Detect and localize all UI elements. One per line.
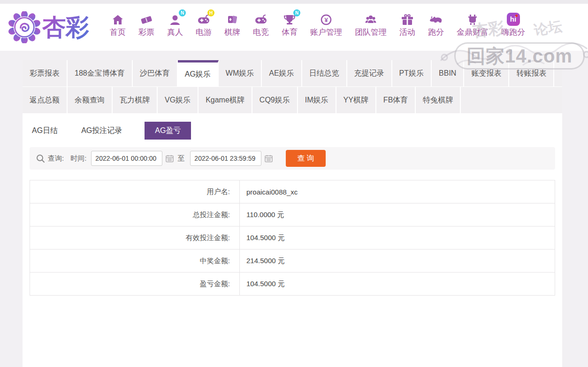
tab-daily-summary[interactable]: 日结总览 [302,60,347,86]
nav-esports[interactable]: 电竞 [253,12,269,38]
nav-activity-label: 活动 [399,27,415,38]
nav-sports[interactable]: N 体育 [282,12,298,38]
trophy-icon: N [283,12,296,26]
tab-ag-entertainment[interactable]: AG娱乐 [178,60,219,86]
nav-sports-label: 体育 [282,27,298,38]
main-nav: 首页 彩票 N 真人 [110,12,525,43]
nav-paofen-label: 跑分 [428,27,444,38]
date-to-input[interactable] [190,151,261,166]
table-row: 总投注金额: 110.0000 元 [30,203,555,226]
table-row: 有效投注金额: 104.5000 元 [30,226,555,250]
gift-icon [401,12,414,26]
nav-live[interactable]: N 真人 [167,12,183,38]
tab-im-entertainment[interactable]: IM娱乐 [298,87,336,113]
nav-egames-label: 电游 [196,27,212,38]
tab-fb-sports[interactable]: FB体育 [376,87,416,113]
top-strip [0,0,588,4]
subtab-ag-daily[interactable]: AG日结 [31,122,59,140]
query-label: 查询: [48,154,64,163]
svg-text:¥: ¥ [324,16,328,23]
to-label: 至 [177,154,184,163]
nav-team-management-label: 团队管理 [355,27,387,38]
tab-lottery-report[interactable]: 彩票报表 [23,60,68,86]
cards-icon [226,12,239,26]
valid-bet-amount-value: 104.5000 元 [240,226,555,250]
report-tabs: 彩票报表 188金宝博体育 沙巴体育 AG娱乐 WM娱乐 AE娱乐 日结总览 充… [23,60,562,113]
tab-tetu-chess[interactable]: 特兔棋牌 [416,87,461,113]
nav-jinding-wealth[interactable]: 金鼎财富 [457,12,489,38]
nav-paofen[interactable]: 跑分 [428,12,444,38]
brand-text: 杏彩 [42,14,99,41]
profit-loss-amount-label: 盈亏金额: [30,273,240,296]
subtab-ag-profit-loss[interactable]: AG盈亏 [145,122,191,140]
nav-account-management-label: 账户管理 [310,27,342,38]
username-value: proaicai0088_xc [240,180,555,203]
tab-row-2: 返点总额 余额查询 瓦力棋牌 VG娱乐 Kgame棋牌 CQ9娱乐 IM娱乐 Y… [23,87,562,113]
tab-188jbb-sports[interactable]: 188金宝博体育 [68,60,133,86]
tab-rebate-total[interactable]: 返点总额 [23,87,68,113]
nav-team-management[interactable]: 团队管理 [355,12,387,38]
tab-transfer-report[interactable]: 转账报表 [509,60,554,86]
nav-home[interactable]: 首页 [110,12,126,38]
calendar-from-icon[interactable] [166,155,174,163]
nav-lottery[interactable]: 彩票 [138,12,154,38]
date-from-input[interactable] [91,151,162,166]
nav-esports-label: 电竞 [253,27,269,38]
nav-jinding-wealth-label: 金鼎财富 [457,27,489,38]
tab-deposit-withdraw-records[interactable]: 充提记录 [347,60,392,86]
svg-text:杏彩: 杏彩 [42,14,89,40]
nav-account-management[interactable]: ¥ 账户管理 [310,12,342,38]
gamepad-icon: H [197,12,210,26]
tab-vg-entertainment[interactable]: VG娱乐 [158,87,199,113]
time-label: 时间: [70,154,86,163]
total-bet-amount-label: 总投注金额: [30,203,240,226]
page: 杏彩 首页 彩票 [0,0,588,367]
profit-loss-table: 用户名: proaicai0088_xc 总投注金额: 110.0000 元 有… [30,180,555,296]
nav-chess-label: 棋牌 [224,27,240,38]
nav-home-label: 首页 [110,27,126,38]
tab-bbin[interactable]: BBIN [432,60,464,86]
nav-lottery-label: 彩票 [138,27,154,38]
tab-saba-sports[interactable]: 沙巴体育 [133,60,178,86]
search-icon [36,154,45,163]
calendar-to-icon[interactable] [265,155,273,163]
site-logo[interactable]: 杏彩 [8,11,99,43]
search-bar: 查询: 时间: 至 [30,147,555,170]
tab-row-1: 彩票报表 188金宝博体育 沙巴体育 AG娱乐 WM娱乐 AE娱乐 日结总览 充… [23,60,562,87]
content-panel: AG日结 AG投注记录 AG盈亏 查询: 时间: [23,113,562,367]
nav-activity[interactable]: 活动 [399,12,415,38]
subtab-ag-bet-records[interactable]: AG投注记录 [80,122,123,140]
home-icon [111,12,124,26]
nav-hipaofen[interactable]: hi 嗨跑分 [501,12,525,38]
ticket-icon [140,12,153,26]
team-icon [364,12,377,26]
total-bet-amount-value: 110.0000 元 [240,203,555,226]
logo-flower-icon [8,11,40,43]
coin-yen-icon: ¥ [320,12,333,26]
tab-ae-entertainment[interactable]: AE娱乐 [262,60,302,86]
tab-kgame-chess[interactable]: Kgame棋牌 [199,87,252,113]
tab-wali-chess[interactable]: 瓦力棋牌 [113,87,158,113]
table-row: 中奖金额: 214.5000 元 [30,250,555,273]
username-label: 用户名: [30,180,240,203]
tab-balance-query[interactable]: 余额查询 [68,87,113,113]
ding-cauldron-icon [466,12,479,26]
table-row: 用户名: proaicai0088_xc [30,180,555,203]
rhino-icon [429,12,443,26]
person-icon: N [168,12,182,26]
tab-cq9-entertainment[interactable]: CQ9娱乐 [252,87,298,113]
nav-egames[interactable]: H 电游 [196,12,212,38]
valid-bet-amount-label: 有效投注金额: [30,226,240,250]
gamepad-icon [254,12,267,26]
nav-sports-badge: N [293,9,300,16]
tab-wm-entertainment[interactable]: WM娱乐 [219,60,262,86]
tab-account-change-report[interactable]: 账变报表 [464,60,509,86]
hi-app-icon: hi [507,12,520,26]
profit-loss-amount-value: 104.5000 元 [240,273,555,296]
nav-egames-badge: H [207,9,214,16]
tab-yy-chess[interactable]: YY棋牌 [336,87,376,113]
query-button[interactable]: 查 询 [286,150,325,167]
nav-live-badge: N [179,9,186,16]
nav-chess[interactable]: 棋牌 [224,12,240,38]
tab-pt-entertainment[interactable]: PT娱乐 [392,60,432,86]
